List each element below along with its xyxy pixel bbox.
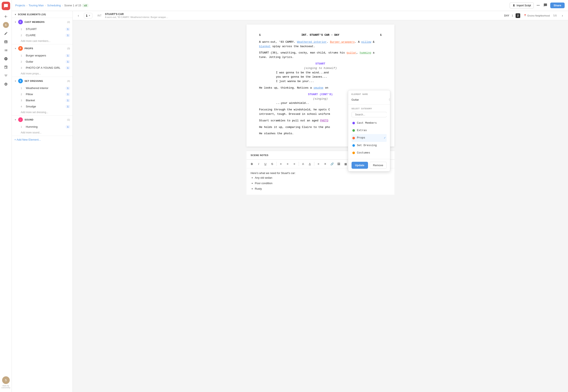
- breadcrumb-project[interactable]: Touring Man: [28, 4, 44, 7]
- category-extras[interactable]: Extras: [352, 127, 387, 134]
- calendar-icon[interactable]: [2, 63, 10, 71]
- setdress-badge-2: 1: [66, 93, 70, 96]
- underline-button[interactable]: U: [263, 161, 268, 167]
- category-props[interactable]: Props ✓: [352, 134, 387, 142]
- popup-name-input[interactable]: [352, 98, 387, 101]
- sound-name-1: Humming: [26, 125, 64, 128]
- update-button[interactable]: Update: [352, 162, 368, 169]
- user-avatar[interactable]: S: [2, 376, 10, 384]
- breadcrumb-sep3: ›: [62, 4, 63, 7]
- cast-item-2[interactable]: 2 CLAIRE 1: [12, 32, 72, 38]
- add-cast-button[interactable]: Add more cast members...: [12, 38, 72, 44]
- list-icon[interactable]: [2, 46, 10, 54]
- breadcrumb-projects[interactable]: Projects: [15, 4, 25, 7]
- props-item-3[interactable]: 3 PHOTO OF A YOUNG GIRL 1: [12, 65, 72, 71]
- board-icon[interactable]: [2, 38, 10, 46]
- setdress-item-1[interactable]: 1 Weathered interior 1: [12, 85, 72, 91]
- props-section-header[interactable]: ▼ P PROPS (3): [12, 44, 72, 52]
- popup-category-section: SELECT CATEGORY Cast Members: [348, 105, 390, 159]
- filter-icon[interactable]: [2, 72, 10, 80]
- props-section-count: (3): [67, 47, 70, 50]
- avatar-icon[interactable]: S: [2, 21, 10, 29]
- script-content[interactable]: 1 INT. STUART'S CAR - DAY 1 A worn-out, …: [73, 20, 568, 392]
- cast-icon: C: [18, 20, 23, 24]
- import-script-button[interactable]: Import Script: [510, 2, 534, 8]
- image-button[interactable]: 🖼: [336, 161, 342, 167]
- highlight-blanket[interactable]: blanket: [259, 45, 271, 48]
- category-cast[interactable]: Cast Members: [352, 119, 387, 127]
- category-costumes[interactable]: Costumes: [352, 149, 387, 157]
- setdress-name-4: Smudge: [26, 105, 64, 108]
- breadcrumb-sep1: ›: [27, 4, 27, 7]
- setdress-item-2[interactable]: 2 Pillow 1: [12, 91, 72, 97]
- version-badge[interactable]: v3: [83, 4, 88, 7]
- align-button[interactable]: ≡: [316, 161, 321, 167]
- table-button[interactable]: ▦: [343, 161, 348, 167]
- share-button[interactable]: Share: [550, 2, 565, 8]
- add-props-button[interactable]: Add more props...: [12, 71, 72, 77]
- link-button[interactable]: 🔗: [329, 161, 335, 167]
- settings-icon[interactable]: [2, 80, 10, 88]
- comments-button[interactable]: [543, 2, 548, 8]
- ordered-list-button[interactable]: ≡: [278, 161, 284, 167]
- breadcrumb-scheduling[interactable]: Scheduling: [47, 4, 61, 7]
- scene-num-selector[interactable]: 1 ▼: [84, 13, 92, 18]
- highlight-humming[interactable]: humming: [360, 51, 371, 54]
- highlight-pillow[interactable]: pillow: [361, 40, 371, 43]
- sound-icon: ♪: [18, 117, 23, 122]
- setdress-badge-3: 1: [66, 99, 70, 102]
- indent-button[interactable]: ≡: [291, 161, 297, 167]
- highlight-smudge[interactable]: smudge: [314, 86, 323, 89]
- grid-icon[interactable]: [2, 55, 10, 63]
- sound-section-header[interactable]: ▼ ♪ SOUND (1): [12, 116, 72, 124]
- prev-scene-button[interactable]: ‹: [76, 13, 81, 18]
- app-logo[interactable]: [2, 2, 10, 10]
- highlight-weathered[interactable]: Weathered interior: [297, 40, 327, 43]
- italic-button[interactable]: I: [256, 161, 262, 167]
- bold-button[interactable]: B: [249, 161, 255, 167]
- next-scene-button[interactable]: ›: [560, 13, 565, 18]
- props-item-2[interactable]: 2 Guitar 1: [12, 58, 72, 65]
- add-sound-button[interactable]: Add more sound...: [12, 130, 72, 136]
- setdress-item-4[interactable]: 4 Smudge 1: [12, 103, 72, 110]
- popup-search[interactable]: [352, 112, 387, 117]
- setdress-item-3[interactable]: 3 Blanket 1: [12, 97, 72, 103]
- setdress-icon: S: [18, 79, 23, 83]
- popup-search-input[interactable]: [355, 113, 387, 116]
- cat-extras-label: Extras: [357, 128, 386, 133]
- setdress-section-title: SET DRESSING: [25, 80, 66, 82]
- props-item-1[interactable]: 1 Burger wrappers 1: [12, 52, 72, 58]
- highlight-burger[interactable]: Burger wrappers: [330, 40, 355, 43]
- cat-props-label: Props: [357, 136, 382, 140]
- category-setdressing[interactable]: Set Dressing: [352, 142, 387, 149]
- highlight-guitar[interactable]: guitar: [346, 51, 356, 54]
- add-new-element-button[interactable]: + Add New Element...: [12, 136, 72, 143]
- cast-item-1[interactable]: 1 STUART 1: [12, 26, 72, 32]
- element-popup: ELEMENT NAME 1 SELECT CATEGORY: [348, 90, 390, 171]
- scene-num-chevron: ▼: [88, 14, 90, 17]
- script-page: 1 INT. STUART'S CAR - DAY 1 A worn-out, …: [247, 25, 394, 147]
- pencil-icon[interactable]: [2, 30, 10, 37]
- scene-title-main: STUART'S CAR: [105, 13, 501, 16]
- add-setdress-button[interactable]: Add more set dressing...: [12, 110, 72, 115]
- remove-button[interactable]: Remove: [370, 162, 387, 169]
- more-options-button[interactable]: •••: [536, 3, 540, 8]
- strikethrough-button[interactable]: S: [269, 161, 275, 167]
- sound-item-1[interactable]: 1 Humming 1: [12, 124, 72, 130]
- highlight-photo[interactable]: PHOTO: [320, 119, 328, 122]
- day-num-1[interactable]: 1: [510, 13, 515, 18]
- scene-heading-text: INT. STUART'S CAR - DAY: [302, 33, 339, 37]
- location-text: Encino Neighborhood: [527, 14, 550, 17]
- cast-section-header[interactable]: ▼ C CAST MEMBERS (2): [12, 18, 72, 26]
- day-num-2[interactable]: 2: [516, 13, 520, 18]
- clear-format-button[interactable]: ✕: [322, 161, 328, 167]
- unordered-list-button[interactable]: ≡: [285, 161, 291, 167]
- nav-back-icon[interactable]: [2, 13, 10, 20]
- setdress-section-header[interactable]: ▼ S SET DRESSING (4): [12, 77, 72, 85]
- props-check-icon: ✓: [384, 136, 386, 140]
- font-color-button[interactable]: A: [300, 161, 306, 167]
- cast-dot: [352, 122, 355, 124]
- sound-num-1: 1: [21, 126, 24, 128]
- cast-badge-2: 1: [66, 34, 70, 37]
- highlight-button[interactable]: A: [307, 161, 313, 167]
